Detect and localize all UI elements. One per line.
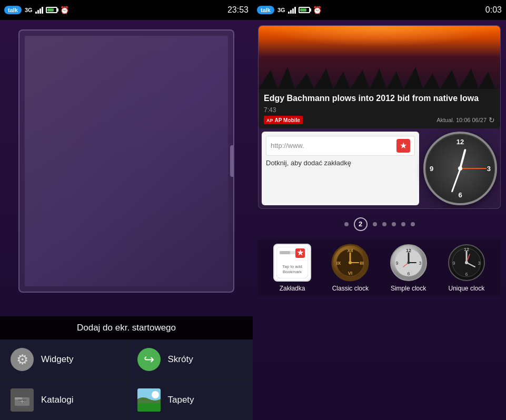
signal-bar-r3 <box>292 8 294 14</box>
crowd-silhouettes <box>259 57 500 89</box>
svg-point-35 <box>407 261 410 264</box>
status-bar-right: talk 3G ⏰ 0:03 <box>253 0 506 20</box>
app-item-classic-clock[interactable]: XII III VI IX Classic clock <box>329 244 372 292</box>
widgets-label: Widgety <box>41 354 73 365</box>
news-footer: AP AP Mobile Aktual. 10:06 06/27 ↻ <box>264 116 495 124</box>
clock-number-3: 3 <box>487 164 491 172</box>
page-dot-7[interactable] <box>411 222 415 226</box>
classic-clock-app-icon: XII III VI IX <box>331 244 369 282</box>
bookmark-url-bar[interactable]: http://www. ★ <box>266 136 415 156</box>
crowd-lights <box>259 26 500 47</box>
app-item-unique-clock[interactable]: 12 3 6 9 Unique clock <box>445 244 488 292</box>
bookmark-hint: Dotknij, aby dodać zakładkę <box>266 159 415 168</box>
signal-bar-1 <box>35 12 37 14</box>
signal-bar-2 <box>37 10 39 14</box>
svg-text:VI: VI <box>348 271 353 276</box>
svg-text:9: 9 <box>395 261 398 266</box>
signal-bars-right <box>288 6 296 14</box>
url-text: http://www. <box>271 142 393 149</box>
signal-bar-4 <box>42 7 43 14</box>
battery-icon-right <box>299 7 310 13</box>
menu-item-wallpapers[interactable]: Tapety <box>127 380 253 420</box>
page-dot-3[interactable] <box>373 222 377 226</box>
svg-text:Bookmark: Bookmark <box>283 269 302 274</box>
shortcuts-label: Skróty <box>168 354 193 365</box>
alarm-icon-right: ⏰ <box>313 6 322 14</box>
svg-point-25 <box>349 261 352 264</box>
page-dot-4[interactable] <box>382 222 386 226</box>
unique-clock-app-label: Unique clock <box>449 285 485 292</box>
bookmark-app-label: Zakładka <box>280 285 305 292</box>
clock-center-dot <box>458 166 462 171</box>
svg-point-9 <box>152 391 159 398</box>
crowd-scene <box>259 26 500 89</box>
left-panel: talk 3G ⏰ 23:53 Dodaj do ekr. startowego <box>0 0 253 420</box>
simple-clock-app-icon: 12 3 6 9 <box>390 244 428 282</box>
talk-badge-right: talk <box>257 6 274 14</box>
network-indicator-right: 3G <box>277 7 285 13</box>
left-main-content <box>0 20 253 316</box>
news-duration: 7:43 <box>264 106 495 114</box>
svg-text:★: ★ <box>297 248 304 257</box>
app-item-simple-clock[interactable]: 12 3 6 9 Simple clock <box>387 244 430 292</box>
signal-bars-left <box>35 6 43 14</box>
bookmark-widget[interactable]: http://www. ★ Dotknij, aby dodać zakładk… <box>262 132 419 205</box>
clock-second-hand <box>460 168 487 169</box>
page-dots: 2 <box>258 213 501 235</box>
svg-text:6: 6 <box>407 271 410 276</box>
clock-hour-hand <box>459 149 467 169</box>
menu-title: Dodaj do ekr. startowego <box>0 323 253 339</box>
status-indicators-left: 3G ⏰ <box>25 6 224 14</box>
status-indicators-right: 3G ⏰ <box>277 6 482 14</box>
menu-grid: ⚙ Widgety ↪ Skróty <box>0 339 253 420</box>
star-icon[interactable]: ★ <box>396 139 410 153</box>
alarm-icon-left: ⏰ <box>60 6 69 14</box>
analog-clock-face: 12 3 6 9 <box>423 132 497 205</box>
clock-widget[interactable]: 12 3 6 9 <box>423 132 497 205</box>
simple-clock-app-label: Simple clock <box>391 285 426 292</box>
svg-rect-1 <box>15 397 22 399</box>
widgets-row: http://www. ★ Dotknij, aby dodać zakładk… <box>259 128 500 208</box>
battery-fill-right <box>300 8 307 12</box>
clock-number-12: 12 <box>457 138 464 146</box>
news-headline: Edgy Bachmann plows into 2012 bid from n… <box>264 93 495 104</box>
page-dot-5[interactable] <box>392 222 396 226</box>
signal-bar-r1 <box>288 12 290 14</box>
add-to-home-menu: Dodaj do ekr. startowego ⚙ Widgety ↪ Skr… <box>0 316 253 420</box>
refresh-icon: ↻ <box>489 116 495 124</box>
page-dot-6[interactable] <box>401 222 405 226</box>
folder-icon <box>11 388 34 412</box>
clock-minute-hand <box>451 168 461 192</box>
page-dot-1[interactable] <box>344 222 349 226</box>
shortcut-icon: ↪ <box>137 348 161 371</box>
svg-text:IX: IX <box>336 261 341 266</box>
news-image <box>259 26 500 89</box>
battery-fill-left <box>47 8 54 12</box>
ap-logo: AP AP Mobile <box>264 116 303 124</box>
news-widget[interactable]: Edgy Bachmann plows into 2012 bid from n… <box>259 26 500 128</box>
classic-clock-app-label: Classic clock <box>332 285 369 292</box>
menu-item-folders[interactable]: Katalogi <box>0 380 126 420</box>
handle-right[interactable] <box>230 145 234 177</box>
bookmark-app-icon: ★ Tap to add Bookmark <box>273 244 311 282</box>
svg-text:9: 9 <box>452 261 455 266</box>
menu-item-shortcuts[interactable]: ↪ Skróty <box>127 339 253 379</box>
app-item-bookmark[interactable]: ★ Tap to add Bookmark Zakładka <box>271 244 314 292</box>
unique-clock-app-icon: 12 3 6 9 <box>448 244 485 282</box>
widget-preview-frame <box>18 29 234 293</box>
svg-text:III: III <box>360 261 364 266</box>
time-left: 23:53 <box>227 5 249 15</box>
right-main-content: Edgy Bachmann plows into 2012 bid from n… <box>253 20 506 420</box>
widget-area: Edgy Bachmann plows into 2012 bid from n… <box>258 25 501 209</box>
news-update-time: Aktual. 10:06 06/27 ↻ <box>436 116 495 124</box>
page-dot-active[interactable]: 2 <box>354 217 368 231</box>
talk-badge-left: talk <box>4 6 22 14</box>
wallpapers-label: Tapety <box>168 395 194 405</box>
news-content: Edgy Bachmann plows into 2012 bid from n… <box>259 89 500 128</box>
svg-marker-8 <box>137 403 161 412</box>
clock-number-6: 6 <box>458 191 462 199</box>
menu-item-widgets[interactable]: ⚙ Widgety <box>0 339 126 379</box>
signal-bar-3 <box>39 8 41 14</box>
svg-text:3: 3 <box>419 261 421 266</box>
folders-label: Katalogi <box>41 395 73 405</box>
